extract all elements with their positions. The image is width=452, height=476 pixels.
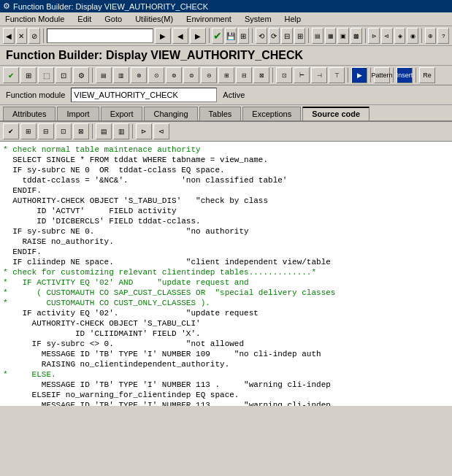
address-go[interactable]: ▶	[155, 28, 171, 44]
code-line: AUTHORITY-CHECK OBJECT 'S_TABU_CLI'	[3, 318, 449, 329]
tb2-btn6[interactable]: ▤	[96, 67, 112, 83]
ed-btn6[interactable]: ▤	[96, 123, 112, 139]
tb2-btn19[interactable]: ⊤	[329, 67, 345, 83]
menu-environment[interactable]: Environment	[184, 14, 234, 24]
tb2-sep5	[393, 68, 394, 82]
btn3[interactable]: ⊞	[238, 28, 250, 44]
toolbar-2: ✔ ⊞ ⬚ ⊡ ⚙ ▤ ▥ ⊛ ⊙ ⊚ ⊜ ⊝ ⊞ ⊟ ⊠ ⊡ ⊢ ⊣ ⊤ ▶ …	[0, 66, 452, 85]
code-line: RAISING no_clientindependent_authority.	[3, 359, 449, 369]
exit-button[interactable]: ✕	[16, 28, 28, 44]
tab-import[interactable]: Import	[57, 107, 99, 120]
tb2-btn3[interactable]: ⬚	[38, 67, 54, 83]
title-bar-text: Function Builder: Display VIEW_AUTHORITY…	[13, 2, 208, 11]
address-bar[interactable]	[47, 28, 153, 43]
tb2-btn2[interactable]: ⊞	[20, 67, 37, 83]
tb2-btn12[interactable]: ⊝	[201, 67, 217, 83]
tb2-btn18[interactable]: ⊣	[311, 67, 327, 83]
tb2-btn5[interactable]: ⚙	[73, 67, 89, 83]
fm-input[interactable]	[71, 88, 217, 102]
btn9[interactable]: ▦	[325, 28, 337, 44]
btn12[interactable]: ⊳	[368, 28, 380, 44]
insert-btn[interactable]: Insert	[397, 67, 413, 83]
menu-utilities[interactable]: Utilities(M)	[133, 14, 175, 24]
code-line: IF sy-subrc <> 0. "not allowed	[3, 339, 449, 349]
tab-export[interactable]: Export	[101, 107, 143, 120]
ed-btn5[interactable]: ⊠	[73, 123, 89, 139]
tab-source-code[interactable]: Source code	[302, 107, 369, 120]
menu-help[interactable]: Help	[283, 14, 304, 24]
tab-changing[interactable]: Changing	[144, 107, 197, 120]
btn8[interactable]: ▤	[312, 28, 323, 44]
ed-btn2[interactable]: ⊞	[20, 123, 37, 139]
save-btn[interactable]: 💾	[225, 28, 237, 44]
btn17[interactable]: ?	[437, 28, 449, 44]
code-line: * ELSE.	[3, 369, 449, 380]
app-title: Function Builder: Display VIEW_AUTHORITY…	[0, 46, 452, 66]
nav-prev[interactable]: ◀	[172, 28, 188, 44]
tb2-sep6	[415, 68, 416, 82]
btn6[interactable]: ⊟	[281, 28, 293, 44]
tb2-btn17[interactable]: ⊢	[294, 67, 310, 83]
menu-edit[interactable]: Edit	[75, 14, 93, 24]
tb2-btn14[interactable]: ⊟	[236, 67, 252, 83]
title-bar: ⚙ Function Builder: Display VIEW_AUTHORI…	[0, 0, 452, 12]
code-line: ELSEIF no_warning_for_clientindep EQ spa…	[3, 390, 449, 400]
ed-btn3[interactable]: ⊟	[38, 123, 54, 139]
tb2-btn10[interactable]: ⊚	[166, 67, 182, 83]
tb2-btn16[interactable]: ⊡	[276, 67, 292, 83]
tabs-row: Attributes Import Export Changing Tables…	[0, 105, 452, 122]
tb2-btn1[interactable]: ✔	[3, 67, 19, 83]
menu-goto[interactable]: Goto	[102, 14, 124, 24]
code-line: tddat-cclass = '&NC&'. 'non classified t…	[3, 175, 449, 185]
btn15[interactable]: ◉	[407, 28, 418, 44]
code-line: * check for customizing relevant clienti…	[3, 267, 449, 277]
fm-status: Active	[223, 91, 245, 99]
tb2-btn21[interactable]: Re	[419, 67, 435, 83]
separator-3	[252, 28, 253, 43]
ed-btn4[interactable]: ⊡	[55, 123, 72, 139]
ed-btn1[interactable]: ✔	[3, 123, 19, 139]
code-line: MESSAGE ID 'TB' TYPE 'I' NUMBER 113 . "w…	[3, 400, 449, 406]
btn4[interactable]: ⟲	[256, 28, 267, 44]
green-check-btn[interactable]: ✔	[212, 28, 223, 44]
code-area[interactable]: * check normal table maintenace authorit…	[0, 142, 452, 406]
tb2-btn15[interactable]: ⊠	[253, 67, 269, 83]
menu-bar: Function Module Edit Goto Utilities(M) E…	[0, 12, 452, 26]
back-button[interactable]: ◀	[3, 28, 15, 44]
tb2-btn9[interactable]: ⊙	[148, 67, 164, 83]
tab-tables[interactable]: Tables	[199, 107, 242, 120]
tb2-sep1	[92, 68, 93, 82]
btn5[interactable]: ⟳	[269, 28, 280, 44]
menu-system[interactable]: System	[242, 14, 274, 24]
btn16[interactable]: ⊕	[425, 28, 437, 44]
ed-btn8[interactable]: ⊳	[136, 123, 152, 139]
btn7[interactable]: ⊞	[294, 28, 306, 44]
code-line: ENDIF.	[3, 185, 449, 196]
btn13[interactable]: ⊲	[381, 28, 393, 44]
tb2-btn4[interactable]: ⊡	[55, 67, 72, 83]
separator-4	[308, 28, 309, 43]
tb2-btn7[interactable]: ▥	[113, 67, 129, 83]
tb2-btn8[interactable]: ⊛	[131, 67, 147, 83]
code-line: * CUSTOMAUTH CO CUST_ONLY_CLASSES ).	[3, 298, 449, 308]
code-line: IF cliindep NE space. "client independen…	[3, 257, 449, 267]
tab-exceptions[interactable]: Exceptions	[242, 107, 301, 120]
ed-btn7[interactable]: ▥	[113, 123, 129, 139]
code-line: RAISE no_authority.	[3, 237, 449, 247]
code-line: SELECT SINGLE * FROM tddat WHERE tabname…	[3, 155, 449, 165]
btn10[interactable]: ▣	[337, 28, 349, 44]
tb2-btn20[interactable]: ▶	[351, 67, 367, 83]
tab-attributes[interactable]: Attributes	[3, 107, 55, 120]
pattern-btn[interactable]: Pattern	[374, 67, 390, 83]
cancel-button[interactable]: ⊘	[28, 28, 40, 44]
menu-function-module[interactable]: Function Module	[3, 14, 66, 24]
tb2-btn13[interactable]: ⊞	[218, 67, 234, 83]
code-line: AUTHORITY-CHECK OBJECT 'S_TABU_DIS' "che…	[3, 196, 449, 206]
code-line: * IF ACTIVITY EQ '02' AND "update reques…	[3, 277, 449, 288]
ed-btn9[interactable]: ⊲	[153, 123, 169, 139]
code-line: ENDIF.	[3, 247, 449, 257]
btn11[interactable]: ▩	[351, 28, 362, 44]
tb2-btn11[interactable]: ⊜	[183, 67, 199, 83]
nav-next[interactable]: ▶	[190, 28, 206, 44]
btn14[interactable]: ◈	[394, 28, 406, 44]
